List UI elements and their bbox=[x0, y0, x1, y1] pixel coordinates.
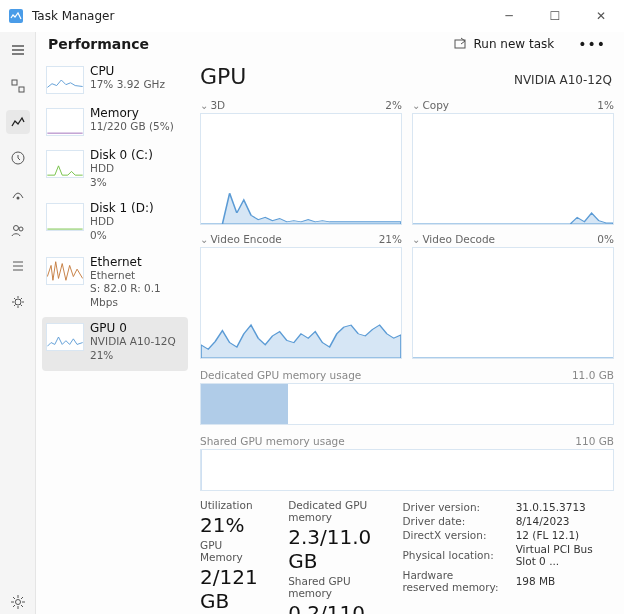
dedicated-memory-chart: Dedicated GPU memory usage 11.0 GB bbox=[200, 369, 614, 425]
maximize-button[interactable]: ☐ bbox=[532, 0, 578, 32]
performance-icon[interactable] bbox=[6, 110, 30, 134]
sparkline bbox=[46, 150, 84, 178]
startup-icon[interactable] bbox=[6, 182, 30, 206]
perf-item-label: Ethernet bbox=[90, 255, 184, 269]
svg-rect-9 bbox=[455, 40, 465, 48]
engine-chart-3d: 3D 2% bbox=[200, 99, 402, 225]
run-icon bbox=[454, 37, 468, 51]
perf-item-ethernet[interactable]: Ethernet Ethernet S: 82.0 R: 0.1 Mbps bbox=[42, 251, 188, 318]
performance-list: CPU 17% 3.92 GHz Memory 11/220 GB (5%) D… bbox=[36, 56, 192, 614]
perf-item-sub: 11/220 GB (5%) bbox=[90, 120, 174, 134]
detail-val: 198 MB bbox=[516, 569, 612, 593]
stat-value: 21% bbox=[200, 513, 268, 537]
users-icon[interactable] bbox=[6, 218, 30, 242]
engine-chart-video-decode: Video Decode 0% bbox=[412, 233, 614, 359]
sparkline bbox=[46, 203, 84, 231]
perf-item-gpu-0[interactable]: GPU 0 NVIDIA A10-12Q 21% bbox=[42, 317, 188, 370]
page-header: Performance Run new task ••• bbox=[36, 32, 624, 56]
services-icon[interactable] bbox=[6, 290, 30, 314]
page-title: Performance bbox=[48, 36, 149, 52]
detail-row: Driver date:8/14/2023 bbox=[402, 515, 612, 527]
engine-selector[interactable]: Video Decode bbox=[412, 233, 495, 245]
perf-item-sub2: 0% bbox=[90, 229, 154, 243]
engine-value: 21% bbox=[379, 233, 402, 245]
perf-item-label: Disk 1 (D:) bbox=[90, 201, 154, 215]
sparkline bbox=[46, 257, 84, 285]
detail-key: Physical location: bbox=[402, 543, 513, 567]
perf-item-label: Memory bbox=[90, 106, 174, 120]
chart-area bbox=[200, 113, 402, 225]
dedicated-mem-max: 11.0 GB bbox=[572, 369, 614, 381]
stat-label: GPU Memory bbox=[200, 539, 268, 563]
engine-value: 2% bbox=[385, 99, 402, 111]
perf-item-label: Disk 0 (C:) bbox=[90, 148, 153, 162]
gpu-detail-pane: GPU NVIDIA A10-12Q 3D 2% Copy 1% Video E… bbox=[192, 56, 624, 614]
sparkline bbox=[46, 66, 84, 94]
app-title: Task Manager bbox=[32, 9, 114, 23]
perf-item-cpu[interactable]: CPU 17% 3.92 GHz bbox=[42, 60, 188, 102]
detail-key: Hardware reserved memory: bbox=[402, 569, 513, 593]
engine-charts: 3D 2% Copy 1% Video Encode 21% Video Dec… bbox=[200, 99, 614, 359]
close-button[interactable]: ✕ bbox=[578, 0, 624, 32]
details-icon[interactable] bbox=[6, 254, 30, 278]
engine-selector[interactable]: Video Encode bbox=[200, 233, 282, 245]
detail-val: Virtual PCI Bus Slot 0 ... bbox=[516, 543, 612, 567]
perf-item-label: CPU bbox=[90, 64, 165, 78]
chart-area bbox=[412, 113, 614, 225]
stat-label: Shared GPU memory bbox=[288, 575, 380, 599]
driver-details: Driver version:31.0.15.3713Driver date:8… bbox=[400, 499, 614, 595]
detail-key: DirectX version: bbox=[402, 529, 513, 541]
chart-area bbox=[200, 247, 402, 359]
svg-point-4 bbox=[16, 197, 19, 200]
history-icon[interactable] bbox=[6, 146, 30, 170]
shared-mem-label: Shared GPU memory usage bbox=[200, 435, 345, 447]
shared-memory-chart: Shared GPU memory usage 110 GB bbox=[200, 435, 614, 491]
detail-key: Driver date: bbox=[402, 515, 513, 527]
title-bar: Task Manager ─ ☐ ✕ bbox=[0, 0, 624, 32]
run-new-task-button[interactable]: Run new task bbox=[446, 33, 563, 55]
perf-item-memory[interactable]: Memory 11/220 GB (5%) bbox=[42, 102, 188, 144]
sparkline bbox=[46, 108, 84, 136]
hamburger-icon[interactable] bbox=[6, 38, 30, 62]
chart-area bbox=[412, 247, 614, 359]
detail-val: 12 (FL 12.1) bbox=[516, 529, 612, 541]
svg-point-8 bbox=[15, 600, 20, 605]
settings-icon[interactable] bbox=[6, 590, 30, 614]
stat-value: 2/121 GB bbox=[200, 565, 268, 613]
svg-rect-1 bbox=[12, 80, 17, 85]
perf-item-sub2: 21% bbox=[90, 349, 176, 363]
perf-item-disk-0-c-[interactable]: Disk 0 (C:) HDD 3% bbox=[42, 144, 188, 197]
app-icon bbox=[8, 8, 24, 24]
perf-item-sub: HDD bbox=[90, 215, 154, 229]
engine-chart-copy: Copy 1% bbox=[412, 99, 614, 225]
device-name: NVIDIA A10-12Q bbox=[514, 73, 612, 87]
processes-icon[interactable] bbox=[6, 74, 30, 98]
detail-row: Physical location:Virtual PCI Bus Slot 0… bbox=[402, 543, 612, 567]
dedicated-mem-label: Dedicated GPU memory usage bbox=[200, 369, 361, 381]
shared-mem-max: 110 GB bbox=[575, 435, 614, 447]
perf-item-sub2: 3% bbox=[90, 176, 153, 190]
nav-sidebar bbox=[0, 32, 36, 614]
more-button[interactable]: ••• bbox=[572, 32, 612, 56]
svg-point-7 bbox=[15, 299, 21, 305]
run-new-label: Run new task bbox=[474, 37, 555, 51]
gpu-stats: Utilization21%GPU Memory2/121 GB Dedicat… bbox=[200, 491, 614, 614]
minimize-button[interactable]: ─ bbox=[486, 0, 532, 32]
detail-val: 8/14/2023 bbox=[516, 515, 612, 527]
perf-item-label: GPU 0 bbox=[90, 321, 176, 335]
detail-row: DirectX version:12 (FL 12.1) bbox=[402, 529, 612, 541]
stat-value: 0.2/110 GB bbox=[288, 601, 380, 614]
engine-selector[interactable]: 3D bbox=[200, 99, 225, 111]
engine-chart-video-encode: Video Encode 21% bbox=[200, 233, 402, 359]
engine-value: 1% bbox=[597, 99, 614, 111]
svg-point-6 bbox=[19, 227, 23, 231]
stat-label: Utilization bbox=[200, 499, 268, 511]
svg-point-5 bbox=[13, 226, 18, 231]
svg-rect-2 bbox=[19, 87, 24, 92]
perf-item-sub: NVIDIA A10-12Q bbox=[90, 335, 176, 349]
engine-selector[interactable]: Copy bbox=[412, 99, 449, 111]
detail-key: Driver version: bbox=[402, 501, 513, 513]
perf-item-disk-1-d-[interactable]: Disk 1 (D:) HDD 0% bbox=[42, 197, 188, 250]
perf-item-sub: HDD bbox=[90, 162, 153, 176]
stat-value: 2.3/11.0 GB bbox=[288, 525, 380, 573]
